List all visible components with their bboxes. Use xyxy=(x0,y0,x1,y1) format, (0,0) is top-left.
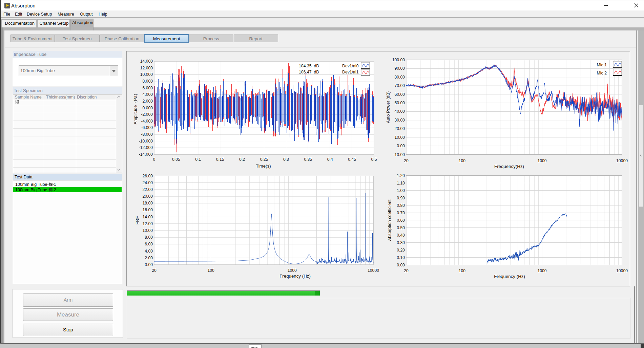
svg-text:80.00: 80.00 xyxy=(395,75,405,80)
svg-text:12.000: 12.000 xyxy=(140,66,153,70)
svg-text:60.00: 60.00 xyxy=(395,92,405,97)
svg-text:0.05: 0.05 xyxy=(172,157,180,162)
svg-text:0.30: 0.30 xyxy=(397,240,405,245)
svg-text:8.000: 8.000 xyxy=(143,79,153,84)
svg-text:0: 0 xyxy=(153,157,155,162)
svg-text:0.90: 0.90 xyxy=(397,196,405,200)
svg-text:0.00: 0.00 xyxy=(397,144,405,148)
svg-text:4.000: 4.000 xyxy=(143,92,153,97)
svg-text:0.40: 0.40 xyxy=(397,233,405,238)
svg-text:-4.000: -4.000 xyxy=(141,119,153,124)
svg-text:Auto Power (dB): Auto Power (dB) xyxy=(386,91,391,123)
svg-text:1.00: 1.00 xyxy=(397,188,405,193)
svg-text:Amplitude（Pa）: Amplitude（Pa） xyxy=(133,91,138,124)
svg-text:6.00: 6.00 xyxy=(145,242,153,246)
svg-text:22.00: 22.00 xyxy=(143,187,153,192)
svg-text:4.00: 4.00 xyxy=(145,249,153,254)
svg-text:0.20: 0.20 xyxy=(397,248,405,253)
svg-text:24.00: 24.00 xyxy=(143,180,153,185)
svg-text:104.35 dB: 104.35 dB xyxy=(299,64,319,68)
svg-text:14.000: 14.000 xyxy=(140,59,153,64)
svg-text:0.10: 0.10 xyxy=(397,255,405,260)
svg-text:10000: 10000 xyxy=(368,268,379,273)
svg-text:2.00: 2.00 xyxy=(145,256,153,260)
svg-text:0.80: 0.80 xyxy=(397,203,405,208)
svg-text:-6.000: -6.000 xyxy=(141,125,153,130)
svg-text:Frequency (Hz): Frequency (Hz) xyxy=(494,274,525,279)
svg-text:106.47 dB: 106.47 dB xyxy=(299,70,319,74)
svg-text:0.50: 0.50 xyxy=(397,225,405,230)
svg-text:Frequency(Hz): Frequency(Hz) xyxy=(494,164,524,169)
svg-text:0.2: 0.2 xyxy=(239,157,245,162)
svg-text:0.00: 0.00 xyxy=(397,263,405,267)
svg-text:18.00: 18.00 xyxy=(143,201,153,205)
svg-text:1000: 1000 xyxy=(537,158,546,163)
svg-text:100.00: 100.00 xyxy=(392,58,405,62)
svg-text:2.000: 2.000 xyxy=(143,99,153,104)
svg-text:0.15: 0.15 xyxy=(216,157,224,162)
svg-text:8.00: 8.00 xyxy=(145,235,153,240)
svg-text:1000: 1000 xyxy=(537,268,546,273)
svg-text:26.00: 26.00 xyxy=(143,174,153,178)
svg-text:100: 100 xyxy=(459,158,466,163)
svg-text:Mic 2: Mic 2 xyxy=(597,71,607,75)
svg-text:Frequency (Hz): Frequency (Hz) xyxy=(279,274,311,279)
svg-text:1.10: 1.10 xyxy=(397,181,405,186)
svg-text:20: 20 xyxy=(404,158,409,163)
svg-text:30.00: 30.00 xyxy=(395,118,405,123)
svg-text:100: 100 xyxy=(459,268,466,273)
svg-text:10.00: 10.00 xyxy=(143,228,153,233)
svg-text:1000: 1000 xyxy=(288,268,297,273)
svg-text:12.00: 12.00 xyxy=(143,221,153,226)
svg-text:Absorption coefficient: Absorption coefficient xyxy=(387,199,392,241)
svg-text:20.00: 20.00 xyxy=(395,126,405,131)
svg-text:0.4: 0.4 xyxy=(327,157,333,162)
svg-text:10000: 10000 xyxy=(616,268,628,273)
svg-text:0.1: 0.1 xyxy=(195,157,201,162)
svg-text:-10.00: -10.00 xyxy=(393,152,405,157)
svg-text:0.000: 0.000 xyxy=(143,106,153,110)
svg-text:0.00: 0.00 xyxy=(145,262,153,267)
svg-text:50.00: 50.00 xyxy=(395,101,405,105)
svg-text:Dev1/ai1: Dev1/ai1 xyxy=(342,70,359,74)
svg-text:0.5: 0.5 xyxy=(371,157,377,162)
svg-text:100: 100 xyxy=(207,268,214,273)
svg-text:0.60: 0.60 xyxy=(397,218,405,223)
svg-text:Dev1/ai0: Dev1/ai0 xyxy=(342,64,359,68)
svg-text:-2.000: -2.000 xyxy=(141,112,153,117)
svg-text:90.00: 90.00 xyxy=(395,66,405,71)
svg-text:0.3: 0.3 xyxy=(283,157,289,162)
svg-text:FRF: FRF xyxy=(135,216,140,224)
svg-text:Mic 1: Mic 1 xyxy=(597,63,607,67)
svg-text:-8.000: -8.000 xyxy=(141,132,153,137)
svg-text:-14.000: -14.000 xyxy=(139,152,153,157)
svg-text:Time(s): Time(s) xyxy=(256,164,271,169)
svg-text:14.00: 14.00 xyxy=(143,215,153,219)
svg-text:10.000: 10.000 xyxy=(140,72,153,77)
svg-text:0.70: 0.70 xyxy=(397,211,405,215)
svg-text:40.00: 40.00 xyxy=(395,109,405,114)
svg-text:10.00: 10.00 xyxy=(395,135,405,140)
svg-text:1.20: 1.20 xyxy=(397,173,405,178)
svg-text:70.00: 70.00 xyxy=(395,83,405,88)
svg-text:20.00: 20.00 xyxy=(143,194,153,199)
svg-text:0.35: 0.35 xyxy=(304,157,312,162)
svg-text:-10.000: -10.000 xyxy=(139,139,153,144)
svg-text:0.25: 0.25 xyxy=(260,157,268,162)
svg-text:0.45: 0.45 xyxy=(348,157,356,162)
svg-text:20: 20 xyxy=(152,268,157,273)
svg-text:10000: 10000 xyxy=(616,158,628,163)
svg-text:16.00: 16.00 xyxy=(143,208,153,212)
svg-text:6.000: 6.000 xyxy=(143,86,153,90)
svg-text:-12.000: -12.000 xyxy=(139,145,153,150)
svg-text:20: 20 xyxy=(404,268,409,273)
